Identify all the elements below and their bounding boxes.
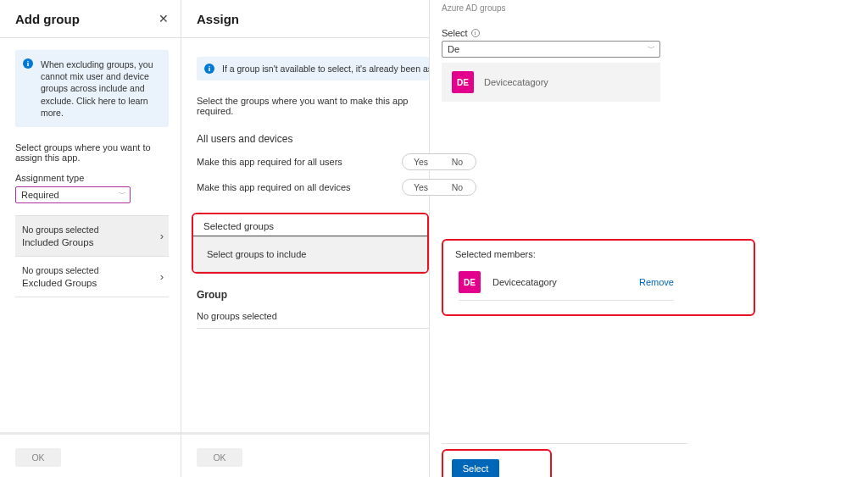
group-value: No groups selected bbox=[197, 311, 429, 329]
select-button-box: Select bbox=[442, 449, 552, 477]
selected-groups-title: Selected groups bbox=[193, 214, 427, 236]
pane-title: Assign bbox=[197, 12, 239, 26]
assignment-type-value: Required bbox=[21, 190, 59, 200]
chevron-down-icon: ﹀ bbox=[648, 43, 655, 54]
assign-hint: Select the groups where you want to make… bbox=[197, 96, 429, 116]
row-main: Included Groups bbox=[22, 237, 169, 247]
result-name: Devicecatagory bbox=[484, 77, 548, 87]
search-input[interactable] bbox=[442, 41, 660, 58]
assign-hint: Select groups where you want to assign t… bbox=[15, 142, 169, 163]
info-icon: i bbox=[23, 58, 33, 69]
info-text: When excluding groups, you cannot mix us… bbox=[41, 59, 153, 118]
info-icon[interactable]: i bbox=[471, 29, 480, 37]
info-banner: i If a group isn't available to select, … bbox=[197, 57, 429, 80]
info-banner: i When excluding groups, you cannot mix … bbox=[15, 50, 169, 127]
remove-link[interactable]: Remove bbox=[639, 277, 674, 287]
pane-title: Add group bbox=[15, 12, 80, 26]
assignment-type-label: Assignment type bbox=[15, 173, 169, 183]
select-label: Select bbox=[442, 28, 468, 38]
assignment-type-select[interactable]: Required ﹀ bbox=[15, 186, 131, 203]
select-groups-pane: Azure AD groups Select i ﹀ DE Devicecata… bbox=[430, 0, 868, 477]
assign-pane: Assign i If a group isn't available to s… bbox=[181, 0, 430, 477]
select-button[interactable]: Select bbox=[452, 459, 499, 477]
excluded-groups-row[interactable]: No groups selected Excluded Groups › bbox=[15, 257, 169, 297]
group-label: Group bbox=[197, 289, 429, 301]
ok-button[interactable]: OK bbox=[15, 448, 61, 467]
included-groups-row[interactable]: No groups selected Included Groups › bbox=[15, 215, 169, 257]
info-text: If a group isn't available to select, it… bbox=[222, 64, 429, 74]
selected-members-title: Selected members: bbox=[455, 249, 742, 259]
section-heading: All users and devices bbox=[197, 133, 429, 145]
close-icon[interactable]: ✕ bbox=[159, 12, 169, 25]
row-sub: No groups selected bbox=[22, 265, 169, 275]
member-row: DE Devicecatagory Remove bbox=[459, 271, 674, 301]
selected-groups-box: Selected groups Select groups to include bbox=[192, 213, 429, 274]
ok-button[interactable]: OK bbox=[197, 448, 242, 467]
required-devices-label: Make this app required on all devices bbox=[197, 182, 351, 192]
add-group-pane: Add group ✕ i When excluding groups, you… bbox=[0, 0, 181, 477]
member-name: Devicecatagory bbox=[492, 277, 627, 287]
search-result-row[interactable]: DE Devicecatagory bbox=[442, 63, 660, 102]
required-users-label: Make this app required for all users bbox=[197, 157, 342, 167]
selected-members-box: Selected members: DE Devicecatagory Remo… bbox=[442, 239, 755, 316]
group-search[interactable]: ﹀ bbox=[442, 41, 660, 58]
info-icon: i bbox=[204, 64, 214, 74]
chevron-right-icon: › bbox=[160, 270, 164, 283]
avatar: DE bbox=[452, 71, 474, 93]
avatar: DE bbox=[459, 271, 481, 293]
row-main: Excluded Groups bbox=[22, 278, 169, 288]
select-groups-action[interactable]: Select groups to include bbox=[193, 236, 427, 272]
breadcrumb: Azure AD groups bbox=[442, 3, 868, 13]
row-sub: No groups selected bbox=[22, 225, 169, 235]
chevron-right-icon: › bbox=[160, 230, 164, 242]
